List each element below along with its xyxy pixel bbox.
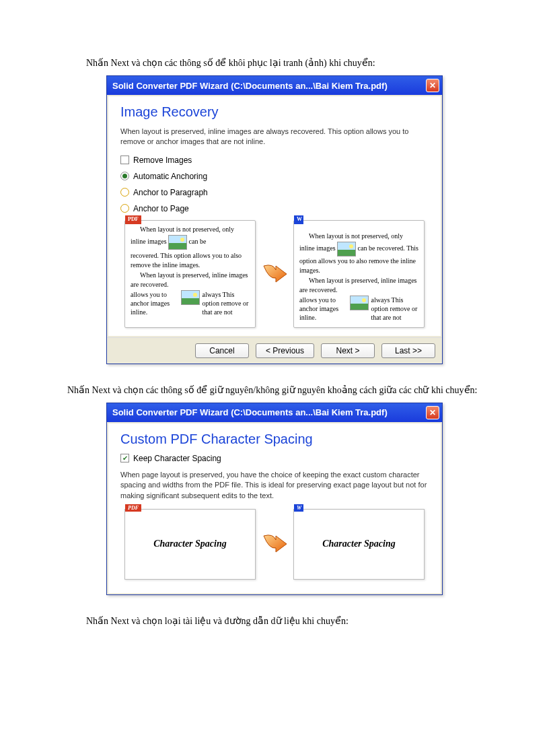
pdf-tag: PDF [125, 504, 141, 512]
close-icon: ✕ [429, 408, 436, 417]
pdf-preview: PDF When layout is not preserved, only i… [124, 220, 256, 328]
word-tag: W [294, 215, 303, 224]
preview-text: allows you to anchor images inline. [299, 296, 347, 322]
close-button[interactable]: ✕ [426, 406, 439, 419]
preview-text: Character Spacing [153, 539, 227, 549]
image-icon [181, 290, 200, 305]
word-tag: W [294, 504, 303, 512]
automatic-anchoring-option[interactable]: Automatic Anchoring [120, 172, 429, 181]
preview-text: Character Spacing [322, 539, 396, 549]
preview-text: When layout is preserved, inline images … [299, 276, 418, 294]
close-icon: ✕ [429, 81, 436, 90]
image-icon [168, 235, 187, 250]
preview-text: always This option remove or that are no… [371, 296, 419, 322]
close-button[interactable]: ✕ [426, 79, 439, 92]
dialog-description: When layout is preserved, inline images … [120, 127, 429, 147]
radio-icon [120, 172, 129, 180]
keep-spacing-option[interactable]: ✔ Keep Character Spacing [120, 454, 429, 463]
preview-text: allows you to anchor images inline. [131, 290, 178, 316]
preview-text: recovered. This option allows you to als… [131, 251, 250, 269]
radio-icon [120, 204, 129, 213]
word-preview: W Character Spacing [293, 509, 425, 580]
arrow-icon [261, 530, 288, 557]
option-label: Anchor to Paragraph [133, 188, 208, 197]
preview-text: When layout is not preserved, only [299, 232, 418, 241]
checkbox-icon [120, 156, 129, 164]
next-button[interactable]: Next > [321, 343, 375, 358]
instruction-3: Nhấn Next và chọn loại tài liệu và đường… [67, 615, 482, 627]
preview-text: When layout is preserved, inline images … [131, 271, 250, 289]
dialog-description: When page layout is preserved, you have … [120, 470, 429, 501]
preview-text: inline images can be recovered. This opt… [299, 242, 418, 275]
anchor-page-option[interactable]: Anchor to Page [120, 204, 429, 213]
titlebar: Solid Converter PDF Wizard (C:\Documents… [107, 76, 442, 95]
word-preview: W When layout is not preserved, only inl… [293, 220, 425, 328]
dialog-heading: Custom PDF Character Spacing [120, 432, 429, 447]
cancel-button[interactable]: Cancel [195, 343, 249, 358]
option-label: Anchor to Page [133, 204, 189, 213]
title-text: Solid Converter PDF Wizard (C:\Documents… [112, 81, 388, 91]
preview-row: PDF When layout is not preserved, only i… [120, 220, 429, 328]
character-spacing-dialog: Solid Converter PDF Wizard (C:\Documents… [106, 403, 443, 595]
preview-text: When layout is not preserved, only [131, 225, 250, 234]
option-label: Automatic Anchoring [133, 172, 207, 181]
last-button[interactable]: Last >> [381, 343, 435, 358]
arrow-icon [261, 261, 288, 287]
checkbox-icon: ✔ [120, 454, 129, 462]
preview-text: always This option remove or that are no… [203, 290, 250, 316]
previous-button[interactable]: < Previous [256, 343, 314, 358]
title-text: Solid Converter PDF Wizard (C:\Documents… [112, 407, 388, 417]
pdf-preview: PDF Character Spacing [124, 509, 256, 580]
radio-icon [120, 188, 129, 197]
dialog-body: Image Recovery When layout is preserved,… [108, 96, 441, 336]
remove-images-option[interactable]: Remove Images [120, 156, 429, 165]
dialog-heading: Image Recovery [120, 104, 429, 120]
instruction-1: Nhấn Next và chọn các thông số để khôi p… [67, 57, 482, 69]
preview-row: PDF Character Spacing W Character Spacin… [120, 509, 429, 580]
image-recovery-dialog: Solid Converter PDF Wizard (C:\Documents… [106, 75, 443, 364]
image-icon [350, 296, 369, 310]
image-icon [337, 242, 356, 256]
dialog-body: Custom PDF Character Spacing ✔ Keep Char… [108, 423, 441, 593]
anchor-paragraph-option[interactable]: Anchor to Paragraph [120, 188, 429, 197]
option-label: Remove Images [133, 156, 192, 165]
button-bar: Cancel < Previous Next > Last >> [107, 337, 442, 364]
option-label: Keep Character Spacing [133, 454, 221, 463]
titlebar: Solid Converter PDF Wizard (C:\Documents… [107, 403, 442, 422]
pdf-tag: PDF [125, 215, 141, 224]
instruction-2: Nhấn Next và chọn các thông số để giữ ng… [48, 384, 482, 396]
preview-text: inline images can be [131, 235, 250, 250]
